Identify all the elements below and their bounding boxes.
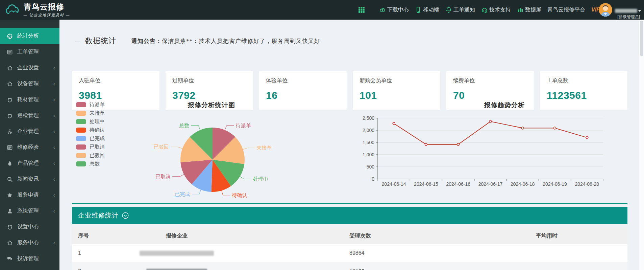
legend-swatch bbox=[76, 128, 86, 133]
apps-grid-icon[interactable] bbox=[358, 6, 365, 13]
list-icon bbox=[7, 144, 13, 151]
octo-icon bbox=[7, 224, 13, 230]
legend-swatch bbox=[76, 153, 86, 158]
stat-card-label: 过期单位 bbox=[172, 77, 246, 84]
legend-label: 处理中 bbox=[90, 118, 105, 125]
app-slogan: — 让企业维保更及时 — bbox=[24, 13, 70, 18]
bell-icon bbox=[445, 6, 452, 13]
nav-item-数据屏[interactable]: 数据屏 bbox=[517, 6, 541, 14]
legend-label: 未接单 bbox=[90, 110, 105, 116]
line-chart-title: 报修趋势分析 bbox=[403, 101, 606, 110]
caret-down-icon[interactable] bbox=[638, 10, 641, 12]
cloud-download-icon bbox=[379, 6, 386, 13]
nav-item-移动端[interactable]: 移动端 bbox=[415, 6, 439, 14]
data-point[interactable] bbox=[554, 127, 556, 129]
main-content: — 数据统计 通知公告：保洁员蔡**：技术人员把窗户维修好了，服务周到又快又好 … bbox=[59, 20, 644, 270]
x-tick-label: 2024-06-14 bbox=[382, 181, 406, 187]
home-icon bbox=[7, 81, 13, 87]
stat-card-value: 70 bbox=[453, 90, 527, 101]
data-point[interactable] bbox=[425, 143, 427, 145]
octo-icon bbox=[7, 113, 13, 119]
table-row[interactable]: 189864 bbox=[72, 244, 627, 262]
table-header-平均用时: 平均用时 bbox=[536, 228, 558, 244]
sidebar-item-工单管理[interactable]: 工单管理 bbox=[0, 44, 59, 60]
octo-icon bbox=[7, 97, 13, 103]
sidebar-item-新闻资讯[interactable]: 新闻资讯‹ bbox=[0, 171, 59, 187]
sidebar: 统计分析工单管理企业设置‹设备管理‹耗材管理‹巡检管理‹企业管理‹维修经验‹产品… bbox=[0, 20, 59, 270]
nav-item-工单通知[interactable]: 工单通知 bbox=[445, 6, 475, 14]
stat-card-value: 101 bbox=[360, 90, 434, 101]
grid-icon bbox=[358, 6, 365, 13]
legend-item-未接单[interactable]: 未接单 bbox=[76, 109, 105, 117]
legend-item-待确认[interactable]: 待确认 bbox=[76, 126, 105, 134]
avatar[interactable] bbox=[599, 3, 612, 17]
stat-card-value: 3792 bbox=[172, 90, 246, 101]
chevron-left-icon: ‹ bbox=[53, 177, 55, 182]
chevron-left-icon: ‹ bbox=[53, 240, 55, 246]
pie-slice-label: 总数 bbox=[179, 122, 189, 128]
legend-item-总数[interactable]: 总数 bbox=[76, 160, 105, 168]
sidebar-item-产品管理[interactable]: 产品管理‹ bbox=[0, 155, 59, 171]
pie-label-line bbox=[242, 148, 255, 150]
sidebar-item-统计分析[interactable]: 统计分析 bbox=[0, 28, 59, 44]
sidebar-item-label: 产品管理 bbox=[17, 160, 39, 167]
legend-item-已取消[interactable]: 已取消 bbox=[76, 143, 105, 151]
legend-label: 待派单 bbox=[90, 102, 105, 108]
legend-item-待派单[interactable]: 待派单 bbox=[76, 100, 105, 109]
legend-item-已驳回[interactable]: 已驳回 bbox=[76, 151, 105, 160]
sidebar-item-巡检管理[interactable]: 巡检管理‹ bbox=[0, 108, 59, 123]
stat-card-label: 续费单位 bbox=[453, 77, 527, 84]
circle-chevron-down-icon[interactable] bbox=[122, 212, 129, 219]
sidebar-item-设备管理[interactable]: 设备管理‹ bbox=[0, 76, 59, 92]
app-logo[interactable]: 青鸟云报修 — 让企业维保更及时 — bbox=[5, 2, 70, 18]
chevron-left-icon: ‹ bbox=[53, 97, 55, 103]
section-header[interactable]: 企业维修统计 bbox=[72, 207, 627, 224]
pie-chart[interactable]: 待派单未接单处理中待确认已完成已取消已驳回总数 bbox=[118, 102, 307, 217]
pie-slice-label: 已驳回 bbox=[154, 144, 169, 150]
legend-swatch bbox=[76, 144, 86, 150]
sidebar-item-企业管理[interactable]: 企业管理‹ bbox=[0, 123, 59, 139]
nav-item-label: 技术支持 bbox=[489, 6, 511, 14]
sidebar-item-服务中心[interactable]: 服务中心‹ bbox=[0, 235, 59, 251]
username-masked[interactable] bbox=[615, 9, 637, 13]
data-point[interactable] bbox=[586, 136, 588, 139]
pie-legend: 待派单未接单处理中待确认已完成已取消已驳回总数 bbox=[76, 100, 105, 168]
nav-item-青鸟云报修平台[interactable]: 青鸟云报修平台 bbox=[547, 6, 585, 14]
sidebar-item-label: 服务中心 bbox=[17, 239, 39, 246]
trend-line[interactable] bbox=[394, 121, 587, 144]
nav-item-label: 数据屏 bbox=[525, 6, 541, 14]
legend-swatch bbox=[76, 136, 86, 141]
table-row[interactable]: 258526 bbox=[72, 262, 627, 270]
sidebar-item-企业设置[interactable]: 企业设置‹ bbox=[0, 60, 59, 76]
scrollbar-thumb[interactable] bbox=[640, 21, 643, 56]
data-point[interactable] bbox=[393, 122, 395, 125]
sidebar-item-投诉管理[interactable]: 投诉管理 bbox=[0, 251, 59, 267]
sidebar-item-label: 企业管理 bbox=[17, 128, 39, 135]
repair-count: 58526 bbox=[349, 262, 365, 270]
line-chart[interactable]: 05001,0001,5002,0002,5002024-06-142024-0… bbox=[354, 113, 611, 191]
data-point[interactable] bbox=[521, 127, 524, 129]
sidebar-item-label: 耗材管理 bbox=[17, 96, 39, 103]
nav-item-技术支持[interactable]: 技术支持 bbox=[481, 6, 511, 14]
notice-text: 保洁员蔡**：技术人员把窗户维修好了，服务周到又快又好 bbox=[162, 38, 320, 44]
user-icon bbox=[7, 208, 13, 214]
repair-count: 89864 bbox=[349, 244, 365, 262]
sidebar-item-耗材管理[interactable]: 耗材管理‹ bbox=[0, 92, 59, 108]
legend-swatch bbox=[76, 161, 86, 166]
sidebar-item-维修经验[interactable]: 维修经验‹ bbox=[0, 139, 59, 155]
data-point[interactable] bbox=[457, 143, 460, 145]
sidebar-item-系统管理[interactable]: 系统管理‹ bbox=[0, 203, 59, 219]
pie-slice-label: 未接单 bbox=[256, 145, 272, 151]
legend-item-已完成[interactable]: 已完成 bbox=[76, 134, 105, 143]
sidebar-item-服务申请[interactable]: 服务申请‹ bbox=[0, 187, 59, 203]
sidebar-item-设置中心[interactable]: 设置中心 bbox=[0, 219, 59, 235]
nav-item-下载中心[interactable]: 下载中心 bbox=[379, 6, 409, 14]
user-role: [超级管理员] bbox=[617, 14, 640, 20]
pie-label-line bbox=[221, 190, 230, 195]
vertical-scrollbar[interactable] bbox=[639, 20, 644, 270]
home-icon bbox=[7, 65, 13, 71]
legend-item-处理中[interactable]: 处理中 bbox=[76, 117, 105, 126]
data-point[interactable] bbox=[489, 120, 492, 123]
phone-icon bbox=[415, 6, 422, 13]
pie-slice-label: 待确认 bbox=[232, 192, 247, 198]
